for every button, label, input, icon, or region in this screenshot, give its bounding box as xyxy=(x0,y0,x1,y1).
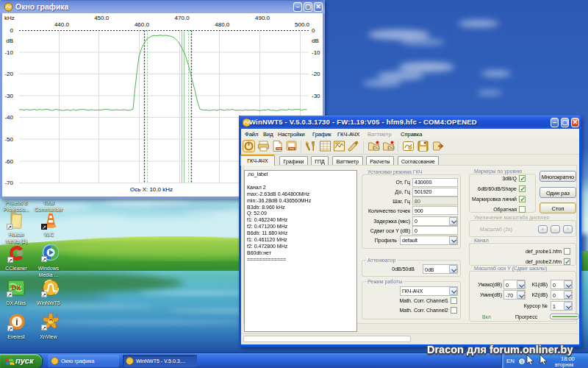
svg-text:Ch1: Ch1 xyxy=(373,146,380,150)
svg-text:-10: -10 xyxy=(312,49,320,56)
svg-text:-20: -20 xyxy=(4,71,13,77)
svg-text:Ось X: 10.0 kHz: Ось X: 10.0 kHz xyxy=(130,186,173,193)
svg-text:0: 0 xyxy=(312,27,315,34)
svg-text:Ch2: Ch2 xyxy=(388,146,395,150)
svg-text:-30: -30 xyxy=(312,93,320,99)
svg-text:440.0: 440.0 xyxy=(54,21,70,28)
svg-text:490.0: 490.0 xyxy=(255,15,270,21)
svg-text:dB: dB xyxy=(6,38,13,44)
svg-text:-10: -10 xyxy=(4,49,13,56)
svg-text:0: 0 xyxy=(10,27,14,34)
svg-text:DX: DX xyxy=(12,284,21,291)
svg-text:450.0: 450.0 xyxy=(94,15,110,21)
svg-text:kHz: kHz xyxy=(4,15,15,21)
svg-text:470.0: 470.0 xyxy=(175,15,190,21)
svg-text:imp: imp xyxy=(290,146,295,150)
svg-text:exp: exp xyxy=(276,146,282,150)
svg-text:i: i xyxy=(15,317,18,328)
svg-text:-30: -30 xyxy=(4,93,13,99)
svg-text:480.0: 480.0 xyxy=(215,21,230,28)
svg-text:-50: -50 xyxy=(4,136,13,143)
svg-text:460.0: 460.0 xyxy=(135,21,150,28)
svg-text:500.0: 500.0 xyxy=(295,21,310,28)
svg-text:-40: -40 xyxy=(4,114,13,121)
svg-text:-70: -70 xyxy=(4,180,13,186)
svg-text:dB: dB xyxy=(312,38,319,44)
svg-text:-60: -60 xyxy=(4,158,13,165)
svg-text:-20: -20 xyxy=(312,71,320,77)
